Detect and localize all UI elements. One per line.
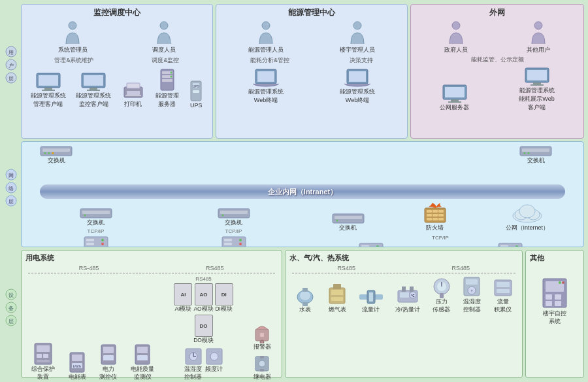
device-printer: 打印机	[122, 82, 145, 109]
svg-rect-85	[433, 214, 438, 217]
device-protection: 综合保护装置	[31, 342, 55, 381]
svg-rect-171	[555, 301, 561, 306]
other-box: 其他 楼宇自控系统	[525, 250, 584, 378]
firewall-icon	[423, 203, 447, 224]
collector-3: 数据采集器	[358, 242, 384, 247]
person-icon-dispatcher	[154, 21, 174, 46]
energy-role1: 能耗分析&管控	[250, 56, 289, 65]
svg-rect-84	[427, 214, 432, 217]
device-energy-display-web: 能源管理系统能耗展示Web客户端	[519, 67, 555, 112]
svg-rect-45	[531, 84, 544, 86]
computer-icon-public	[442, 84, 468, 103]
svg-point-135	[259, 360, 265, 367]
device-label-energy-web1: 能源管理系统Web终端	[248, 88, 284, 105]
switch-mid-center: 交换机	[218, 208, 250, 227]
switch-icon-mid-left	[80, 208, 112, 218]
svg-rect-87	[427, 218, 432, 220]
svg-point-25	[170, 76, 172, 78]
svg-rect-124	[137, 355, 148, 360]
svg-point-55	[48, 152, 50, 154]
person-other: 其他用户	[527, 21, 550, 54]
svg-rect-18	[127, 83, 140, 88]
middle-left-label: 网 络 层	[4, 141, 18, 247]
external-devices-row: 公网服务器 能源管理系统能耗展示Web客户端	[415, 67, 580, 112]
switch-top-left: 交换机	[40, 146, 73, 165]
svg-text:层: 层	[8, 319, 14, 324]
water-gas-title: 水、气/汽、热系统	[289, 253, 518, 263]
svg-rect-72	[222, 237, 246, 247]
switch-mid-center-label: 交换机	[225, 218, 242, 227]
svg-rect-78	[335, 216, 362, 219]
device-heat-meter: ℃ 冷/热量计	[395, 286, 420, 314]
svg-rect-86	[438, 214, 444, 217]
svg-rect-169	[555, 294, 561, 300]
monitoring-center-box: 监控调度中心 系统管理员 调度人员 管	[21, 4, 213, 139]
device-server: 能源管理服务器	[155, 68, 179, 109]
device-gas-meter: 燃气表	[327, 284, 347, 314]
server-icon	[158, 68, 176, 92]
temp-humidity-ctrl-label: 温湿度控制器	[463, 298, 481, 314]
svg-point-37	[534, 22, 542, 29]
device-alarm: 报警器	[253, 324, 271, 351]
svg-rect-116	[72, 355, 82, 361]
flow-meter-icon	[359, 288, 383, 306]
module-ai: AI AI模块	[174, 283, 192, 313]
svg-text:用: 用	[8, 50, 14, 56]
svg-point-31	[353, 22, 361, 29]
device-energy-web2: 能源管理系统Web终端	[340, 68, 375, 105]
temp-humidity-icon: T	[463, 276, 481, 298]
device-public-server: 公网服务器	[440, 84, 469, 112]
device-label-energy-display: 能源管理系统能耗展示Web客户端	[519, 86, 555, 112]
svg-point-172	[559, 281, 561, 284]
svg-text:℃: ℃	[411, 294, 415, 298]
svg-rect-123	[137, 347, 148, 353]
computer-icon-2	[80, 72, 106, 92]
device-ups: UPS UPS	[189, 80, 203, 109]
main-container: 用 户 层 监控调度中心 系统管理员	[0, 0, 588, 382]
svg-rect-11	[42, 90, 55, 91]
relay-icon	[253, 354, 271, 373]
svg-rect-89	[438, 218, 444, 220]
device-water-meter: 水表	[295, 288, 316, 314]
relay-label: 继电器	[253, 373, 271, 381]
svg-rect-14	[90, 88, 97, 90]
svg-rect-120	[103, 347, 114, 353]
svg-point-36	[452, 22, 460, 29]
switch-mid-right: 交换机	[332, 213, 365, 232]
collector-4: 数据采集器	[497, 242, 523, 247]
device-pressure-sensor: 压力传感器	[433, 276, 451, 314]
water-meter-label: 水表	[299, 306, 311, 314]
svg-point-59	[524, 152, 526, 154]
svg-text:T: T	[470, 289, 473, 293]
collector-icon-4	[497, 242, 523, 247]
svg-point-30	[262, 22, 270, 29]
svg-rect-100	[500, 245, 508, 247]
svg-rect-41	[448, 101, 461, 103]
svg-point-54	[44, 152, 46, 154]
svg-rect-158	[440, 293, 444, 298]
cloud-label: 公网（Internet）	[506, 224, 549, 232]
device-label-public-server: 公网服务器	[440, 103, 469, 112]
energy-role2: 决策支持	[350, 56, 373, 65]
svg-rect-65	[86, 239, 94, 241]
device-power-quality: 电能质量监测仪	[131, 343, 154, 381]
svg-rect-23	[162, 79, 172, 82]
svg-point-75	[239, 239, 242, 241]
person-dispatcher: 调度人员	[152, 21, 176, 54]
svg-rect-82	[433, 210, 438, 213]
svg-point-56	[52, 152, 54, 154]
module-do: DO DO模块	[193, 315, 214, 345]
svg-rect-114	[37, 360, 50, 362]
computer-icon-1	[35, 72, 61, 92]
device-flow-accumulator: 流量积累仪	[493, 277, 513, 314]
svg-rect-88	[433, 218, 438, 220]
network-box: 交换机 交换机 企业内网（Intranet）	[21, 141, 584, 247]
svg-rect-19	[125, 95, 141, 96]
building-auto-icon	[540, 276, 569, 310]
svg-rect-148	[369, 292, 373, 302]
flow-accumulator-label: 流量积累仪	[494, 298, 512, 314]
svg-rect-150	[400, 292, 409, 298]
device-label-energy-web2: 能源管理系统Web终端	[340, 88, 375, 105]
sysadmin-label: 系统管理员	[58, 46, 88, 54]
svg-text:设: 设	[8, 292, 14, 298]
